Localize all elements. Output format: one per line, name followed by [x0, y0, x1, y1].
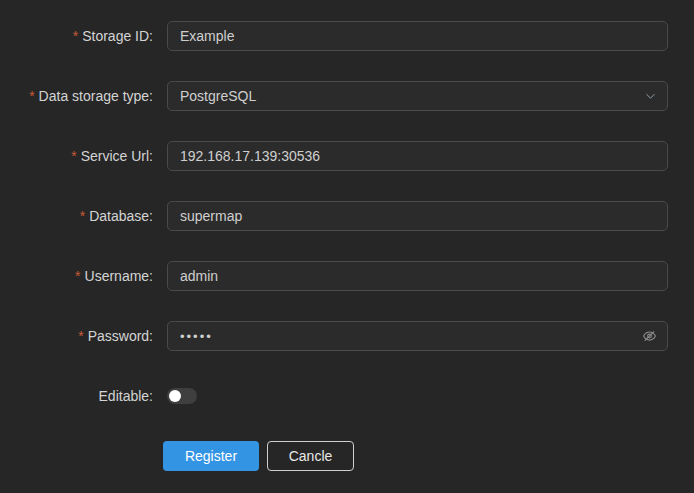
username-label: *Username:: [0, 268, 153, 284]
database-input[interactable]: [167, 201, 668, 231]
service-url-label: *Service Url:: [0, 148, 153, 164]
storage-id-control: [167, 21, 668, 51]
eye-invisible-icon[interactable]: [642, 329, 657, 344]
data-storage-type-label: *Data storage type:: [0, 88, 153, 104]
data-storage-type-row: *Data storage type:: [0, 81, 694, 111]
required-marker: *: [29, 88, 34, 104]
password-row: *Password:: [0, 321, 694, 351]
service-url-control: [167, 141, 668, 171]
required-marker: *: [73, 28, 78, 44]
username-input[interactable]: [167, 261, 668, 291]
required-marker: *: [71, 148, 76, 164]
editable-label: Editable:: [0, 388, 153, 404]
required-marker: *: [80, 208, 85, 224]
toggle-knob: [169, 390, 181, 402]
storage-id-input[interactable]: [167, 21, 668, 51]
storage-id-row: *Storage ID:: [0, 21, 694, 51]
database-control: [167, 201, 668, 231]
form-actions: Register Cancle: [163, 441, 694, 471]
editable-row: Editable:: [0, 381, 694, 411]
password-control: [167, 321, 668, 351]
data-storage-type-select[interactable]: [167, 81, 668, 111]
required-marker: *: [75, 268, 80, 284]
database-label: *Database:: [0, 208, 153, 224]
storage-id-label: *Storage ID:: [0, 28, 153, 44]
database-row: *Database:: [0, 201, 694, 231]
password-label: *Password:: [0, 328, 153, 344]
editable-toggle[interactable]: [167, 388, 197, 404]
required-marker: *: [78, 328, 83, 344]
register-datastore-form: *Storage ID: *Data storage type: *Servic…: [0, 0, 694, 471]
data-storage-type-control: [167, 81, 668, 111]
register-button[interactable]: Register: [163, 441, 259, 471]
service-url-input[interactable]: [167, 141, 668, 171]
chevron-down-icon: [644, 90, 657, 103]
service-url-row: *Service Url:: [0, 141, 694, 171]
password-input[interactable]: [167, 321, 668, 351]
username-row: *Username:: [0, 261, 694, 291]
username-control: [167, 261, 668, 291]
cancel-button[interactable]: Cancle: [267, 441, 354, 471]
